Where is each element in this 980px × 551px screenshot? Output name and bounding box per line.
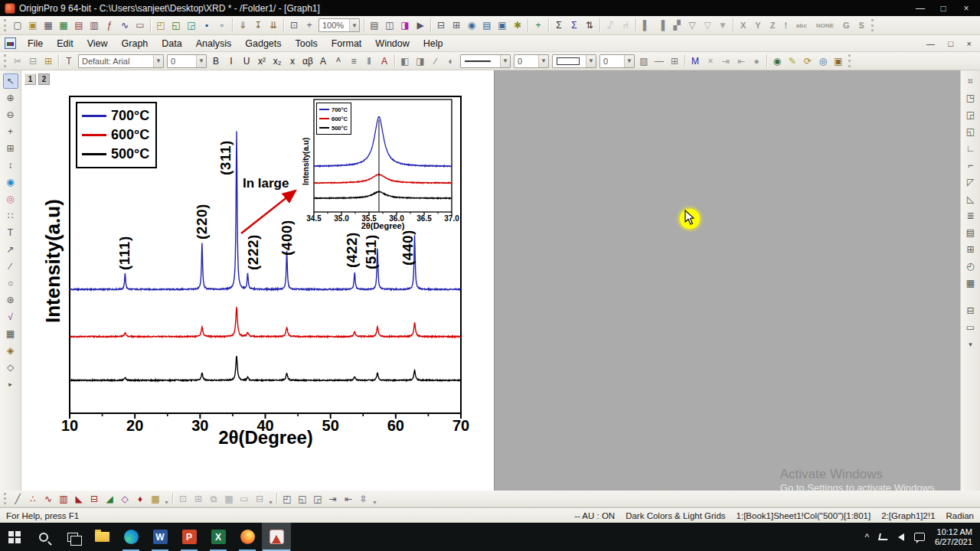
excel-button[interactable]: X <box>204 523 233 551</box>
line-plot-icon[interactable]: ╱ <box>10 491 25 507</box>
set-as-z-button[interactable]: Z <box>766 21 780 30</box>
lock-icon[interactable]: ● <box>749 54 764 69</box>
mask-range-tool[interactable]: ◉ <box>3 174 18 190</box>
new-panel-icon[interactable]: ⊟ <box>252 491 267 507</box>
origin-button[interactable] <box>262 523 291 551</box>
chevron-down-icon[interactable]: ▼ <box>624 55 634 67</box>
layer-contents-icon[interactable]: ▣ <box>831 54 846 69</box>
screen-reader-tool[interactable]: ⊞ <box>3 141 18 156</box>
whole-page-icon[interactable]: ◲ <box>310 491 325 507</box>
quick-peek-icon[interactable]: ◉ <box>464 18 479 33</box>
task-view-button[interactable] <box>58 523 87 551</box>
rescale-icon[interactable]: ◎ <box>815 54 831 69</box>
layer-1-button[interactable]: 1 <box>24 73 36 85</box>
toolbar-overflow-icon[interactable]: ▼ <box>372 500 377 507</box>
start-button[interactable] <box>0 523 29 551</box>
chevron-down-icon[interactable]: ▼ <box>500 55 510 67</box>
rescale-axes-icon[interactable]: ⇳ <box>356 491 371 507</box>
line-style-combo[interactable]: ▼ <box>460 54 511 68</box>
greek-button[interactable]: αβ <box>300 54 315 69</box>
new-workbook-icon[interactable]: ▦ <box>41 18 56 33</box>
statistics-sum-icon[interactable]: Σ <box>551 18 567 33</box>
font-size-combo[interactable]: 0▼ <box>167 54 207 68</box>
menu-view[interactable]: View <box>80 37 115 51</box>
swap-layers-icon[interactable]: ◲ <box>963 107 978 122</box>
rescale-layer-icon[interactable]: ⌗ <box>963 73 978 89</box>
greek-m-icon[interactable]: M <box>688 54 703 69</box>
dock-windows-icon[interactable]: ⊟ <box>433 18 449 33</box>
child-restore-button[interactable]: □ <box>942 39 959 48</box>
arrow-tool[interactable]: ↗ <box>3 242 18 257</box>
zoom-out-tool[interactable]: ⊖ <box>3 107 18 122</box>
screen-reader-icon[interactable]: ◫ <box>382 18 397 33</box>
edit-pencil-icon[interactable]: ✎ <box>785 54 800 69</box>
align-button[interactable]: ≡ <box>346 54 361 69</box>
superscript-button[interactable]: x² <box>254 54 270 69</box>
project-explorer-icon[interactable]: ⊞ <box>449 18 464 33</box>
minimize-button[interactable]: — <box>910 3 931 14</box>
line-tool[interactable]: ∕ <box>3 259 18 274</box>
inset-legend[interactable]: 700°C600°C500°C <box>316 103 351 135</box>
add-right-y-axis-icon[interactable]: ⌐ <box>963 158 978 173</box>
column-plot-icon[interactable]: ▥ <box>56 491 71 507</box>
grid-table-icon[interactable]: ⊞ <box>667 54 682 69</box>
network-icon[interactable] <box>878 533 889 540</box>
firefox-button[interactable] <box>233 523 262 551</box>
extract-layer-icon[interactable]: ▦ <box>221 491 237 507</box>
new-legend-icon[interactable]: ▤ <box>963 225 978 240</box>
zoom-in-graph-icon[interactable]: ◰ <box>279 491 295 507</box>
menu-format[interactable]: Format <box>325 37 369 51</box>
border-style-combo[interactable]: ▼ <box>552 54 596 68</box>
scale-in-icon[interactable]: ⇥ <box>325 491 341 507</box>
clear-format-icon[interactable]: × <box>703 54 718 69</box>
import-wizard-icon[interactable]: ⇓ <box>235 18 250 33</box>
sort-icon[interactable]: ⇅ <box>582 18 597 33</box>
plot-column-icon[interactable]: ▌ <box>639 18 654 33</box>
remove-filter-icon[interactable]: ▽ <box>700 18 715 33</box>
child-minimize-button[interactable]: — <box>921 39 940 48</box>
powerpoint-button[interactable]: P <box>175 523 204 551</box>
copy-graph-icon[interactable]: ⊡ <box>286 18 302 33</box>
box-chart-icon[interactable]: ⊟ <box>87 491 102 507</box>
fill-area-plot-icon[interactable]: ◢ <box>102 491 117 507</box>
set-as-x-button[interactable]: X <box>736 21 750 30</box>
data-filter-icon[interactable]: ▽ <box>684 18 700 33</box>
new-layout-icon[interactable]: ▭ <box>132 18 148 33</box>
set-digits-all-icon[interactable]: ⑁ <box>618 18 633 33</box>
pattern-color-icon[interactable]: ◨ <box>413 54 428 69</box>
edge-button[interactable] <box>116 523 145 551</box>
menu-data[interactable]: Data <box>155 37 188 51</box>
save-template-icon[interactable]: ▫ <box>214 18 230 33</box>
add-new-columns-icon[interactable]: + <box>531 18 546 33</box>
reapply-filter-icon[interactable]: ▼ <box>715 18 730 33</box>
main-legend[interactable]: 700°C600°C500°C <box>76 102 157 168</box>
fill-pattern-icon[interactable]: ▨ <box>636 54 652 69</box>
menu-window[interactable]: Window <box>368 37 416 51</box>
open-template-icon[interactable]: ◲ <box>184 18 199 33</box>
graph-document-icon[interactable] <box>5 37 16 49</box>
options-gear-icon[interactable]: ✱ <box>510 18 525 33</box>
data-reader-tool[interactable]: + <box>3 124 18 139</box>
circle-tool[interactable]: ○ <box>3 276 18 291</box>
import-single-ascii-icon[interactable]: ↧ <box>250 18 266 33</box>
menu-gadgets[interactable]: Gadgets <box>238 37 288 51</box>
font-color-button[interactable]: A <box>377 54 392 69</box>
merge-graph-icon[interactable]: ⧉ <box>206 491 221 507</box>
toolbar-overflow-icon[interactable]: ▼ <box>268 500 273 507</box>
scale-out-icon[interactable]: ⇤ <box>341 491 356 507</box>
add-table-icon[interactable]: ⊞ <box>963 242 978 257</box>
pan-tool[interactable]: ⊛ <box>3 292 18 308</box>
unmask-range-tool[interactable]: ◎ <box>3 191 18 207</box>
decrease-font-button[interactable]: ᴬ <box>331 54 346 69</box>
chevron-down-icon[interactable]: ▼ <box>586 55 596 67</box>
set-as-label-button[interactable]: abc <box>792 22 812 29</box>
object-back-icon[interactable]: ▭ <box>963 320 978 335</box>
layer-arrangement-icon[interactable]: ◳ <box>963 90 978 106</box>
merge-icon[interactable]: ⇥ <box>718 54 733 69</box>
add-top-x-axis-icon[interactable]: ◸ <box>963 174 978 190</box>
draw-data-tool[interactable]: ∷ <box>3 208 18 223</box>
zoom-pan-icon[interactable]: ◉ <box>769 54 785 69</box>
zoom-in-tool[interactable]: ⊕ <box>3 90 18 106</box>
chevron-down-icon[interactable]: ▼ <box>349 19 359 31</box>
cut-icon[interactable]: ✂ <box>10 54 25 69</box>
